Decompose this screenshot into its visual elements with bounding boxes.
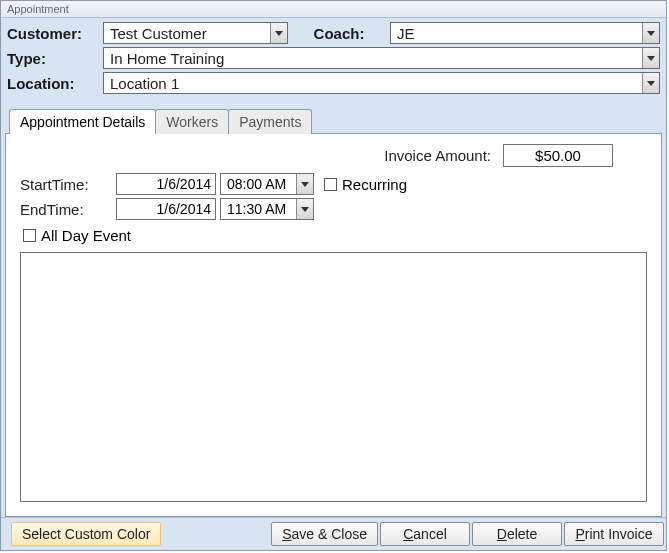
start-time-dropdown[interactable]: 08:00 AM bbox=[220, 173, 314, 195]
end-date-input[interactable]: 1/6/2014 bbox=[116, 198, 216, 220]
tab-workers[interactable]: Workers bbox=[155, 109, 229, 134]
recurring-checkbox[interactable] bbox=[324, 178, 337, 191]
window-title: Appointment bbox=[1, 1, 666, 18]
all-day-label: All Day Event bbox=[41, 227, 131, 244]
notes-textarea[interactable] bbox=[20, 252, 647, 502]
invoice-amount-label: Invoice Amount: bbox=[384, 147, 491, 164]
type-label: Type: bbox=[7, 50, 97, 67]
save-close-button[interactable]: Save & Close bbox=[271, 522, 378, 546]
start-time-label: StartTime: bbox=[20, 176, 112, 193]
chevron-down-icon[interactable] bbox=[642, 48, 659, 68]
end-time-dropdown[interactable]: 11:30 AM bbox=[220, 198, 314, 220]
tab-payments[interactable]: Payments bbox=[228, 109, 312, 134]
type-value: In Home Training bbox=[104, 50, 642, 67]
delete-button[interactable]: Delete bbox=[472, 522, 562, 546]
chevron-down-icon[interactable] bbox=[642, 23, 659, 43]
header-form: Customer: Test Customer Coach: JE Type: … bbox=[1, 18, 666, 103]
print-invoice-button[interactable]: Print Invoice bbox=[564, 522, 664, 546]
coach-dropdown[interactable]: JE bbox=[390, 22, 660, 44]
customer-dropdown[interactable]: Test Customer bbox=[103, 22, 288, 44]
cancel-button[interactable]: Cancel bbox=[380, 522, 470, 546]
start-date-input[interactable]: 1/6/2014 bbox=[116, 173, 216, 195]
type-dropdown[interactable]: In Home Training bbox=[103, 47, 660, 69]
recurring-label: Recurring bbox=[342, 176, 407, 193]
chevron-down-icon[interactable] bbox=[296, 199, 313, 219]
save-label-rest: ave & Close bbox=[292, 526, 367, 542]
appointment-window: Appointment Customer: Test Customer Coac… bbox=[0, 0, 667, 551]
customer-value: Test Customer bbox=[104, 25, 270, 42]
chevron-down-icon[interactable] bbox=[296, 174, 313, 194]
tabs-area: Appointment Details Workers Payments Inv… bbox=[1, 103, 666, 517]
chevron-down-icon[interactable] bbox=[270, 23, 287, 43]
tab-strip: Appointment Details Workers Payments bbox=[9, 109, 662, 134]
end-time-value: 11:30 AM bbox=[221, 199, 296, 219]
location-value: Location 1 bbox=[104, 75, 642, 92]
location-dropdown[interactable]: Location 1 bbox=[103, 72, 660, 94]
end-time-label: EndTime: bbox=[20, 201, 112, 218]
location-label: Location: bbox=[7, 75, 97, 92]
invoice-amount-input[interactable]: $50.00 bbox=[503, 144, 613, 167]
tab-body: Invoice Amount: $50.00 StartTime: 1/6/20… bbox=[5, 133, 662, 517]
tab-appointment-details[interactable]: Appointment Details bbox=[9, 109, 156, 134]
customer-label: Customer: bbox=[7, 25, 97, 42]
chevron-down-icon[interactable] bbox=[642, 73, 659, 93]
coach-value: JE bbox=[391, 25, 642, 42]
select-custom-color-button[interactable]: Select Custom Color bbox=[11, 522, 161, 546]
footer-bar: Select Custom Color Save & Close Cancel … bbox=[1, 517, 666, 550]
coach-label: Coach: bbox=[294, 25, 384, 42]
all-day-checkbox[interactable] bbox=[23, 229, 36, 242]
start-time-value: 08:00 AM bbox=[221, 174, 296, 194]
